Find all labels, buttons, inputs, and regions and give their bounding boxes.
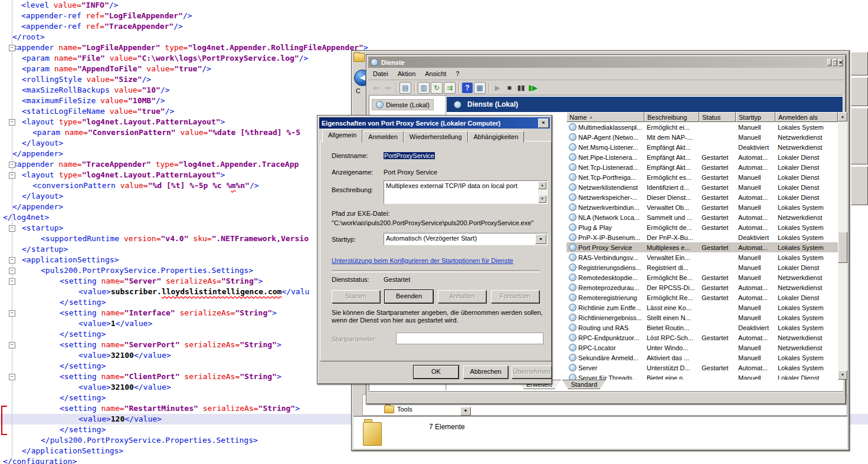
explorer-dropdown-button[interactable]: ▼ [460, 407, 471, 416]
fold-toggle-icon[interactable]: − [9, 278, 15, 285]
dialog-tab-abhngigkeiten[interactable]: Abhängigkeiten [468, 131, 525, 143]
export-list-icon[interactable]: ⇉ [444, 82, 456, 94]
table-row[interactable]: Netzwerkspeicher-...Dieser Dienst...Gest… [566, 192, 838, 202]
restart-service-icon[interactable]: ▮▶ [528, 83, 538, 93]
beenden-button[interactable]: Beenden [385, 290, 433, 303]
description-field[interactable]: Multiplexes external TCP/IP data on loca… [384, 180, 548, 204]
table-row[interactable]: Multimediaklassenpl...Ermöglicht ei...Ma… [566, 122, 838, 132]
fold-toggle-icon[interactable]: − [9, 119, 15, 126]
table-row[interactable]: Net.Pipe-Listenera...Empfängt Akt...Gest… [566, 152, 838, 162]
fold-toggle-icon[interactable]: − [9, 162, 15, 168]
table-row[interactable]: Port Proxy ServiceMultiplexes e...Gestar… [566, 242, 838, 252]
help-icon[interactable]: ? [462, 83, 473, 93]
service-name-value[interactable]: PortProxyService [384, 152, 435, 159]
table-row[interactable]: Net.Tcp-Listenerad...Empfängt Akt...Gest… [566, 162, 838, 172]
column-header-beschreibung[interactable]: Beschreibung [644, 112, 699, 122]
table-row[interactable]: ServerUnterstützt D...GestartetAutomat..… [566, 363, 838, 373]
minimize-button[interactable]: _ [827, 59, 831, 66]
close-button[interactable]: × [838, 59, 843, 66]
ok-button[interactable]: OK [414, 366, 458, 379]
services-title-bar[interactable]: Dienste _□× [368, 57, 844, 68]
table-row[interactable]: Sekundäre Anmeld...Aktiviert das ...Manu… [566, 353, 838, 363]
table-row[interactable]: Netzwerkverbindun...Verwaltet Ob...Gesta… [566, 202, 838, 212]
abbrechen-button[interactable]: Abbrechen [463, 366, 508, 379]
table-row[interactable]: Net.Tcp-Portfreiga...Ermöglicht es...Ges… [566, 172, 838, 182]
dialog-close-button[interactable]: × [538, 119, 549, 128]
fold-toggle-icon[interactable]: − [9, 225, 15, 232]
description-scroll-down[interactable]: ▼ [538, 195, 546, 203]
combo-dropdown-icon[interactable]: ▼ [535, 234, 546, 244]
table-row[interactable]: Net.Msmq-Listener...Empfängt Akt...Deakt… [566, 142, 838, 152]
table-row[interactable]: RPC-LocatorUnter Windo...ManuellNetzwerk… [566, 343, 838, 353]
maximize-button[interactable]: □ [833, 59, 837, 66]
table-row[interactable]: Server für Threads...Bietet eine n...Man… [566, 373, 838, 380]
scroll-down-button[interactable]: ▼ [838, 370, 847, 380]
services-list[interactable]: Multimediaklassenpl...Ermöglicht ei...Ma… [566, 122, 838, 380]
menu-item-datei[interactable]: Datei [368, 69, 393, 78]
menu-item-?[interactable]: ? [451, 69, 464, 78]
table-row[interactable]: Remoteprozedurau...Der RPCSS-Di...Gestar… [566, 282, 838, 292]
explorer-status-folder-icon [363, 422, 382, 446]
menu-item-ansicht[interactable]: Ansicht [420, 69, 451, 78]
start-type-combobox[interactable]: Automatisch (Verzögerter Start) ▼ [384, 233, 548, 245]
fold-toggle-icon[interactable]: − [9, 310, 15, 317]
table-row[interactable]: RemoteregistrierungErmöglicht Re...Gesta… [566, 292, 838, 302]
dialog-tab-wiederherstellung[interactable]: Wiederherstellung [404, 131, 468, 143]
show-console-tree-icon[interactable]: ▤ [399, 82, 411, 94]
services-scrollbar[interactable]: ▲ ▼ [838, 112, 847, 380]
fold-toggle-icon[interactable]: − [9, 45, 15, 51]
service-logon-cell: Netzwerkdienst [775, 284, 838, 291]
properties-dialog[interactable]: Eigenschaften von Port Proxy Service (Lo… [317, 115, 552, 384]
menu-bar[interactable]: DateiAktionAnsicht? [368, 68, 844, 80]
fold-toggle-icon[interactable]: − [9, 257, 15, 264]
startup-options-help-link[interactable]: Unterstützung beim Konfigurieren der Sta… [332, 257, 513, 264]
description-scroll-up[interactable]: ▲ [538, 182, 546, 189]
table-row[interactable]: RPC-Endpunktzuor...Löst RPC-Sch...Gestar… [566, 333, 838, 343]
table-row[interactable]: PnP-X-IP-Busenum...Der PnP-X-Bu...Deakti… [566, 232, 838, 242]
explorer-folder-item[interactable]: Tools [363, 404, 847, 414]
dialog-tab-anmelden[interactable]: Anmelden [362, 131, 404, 143]
menu-item-aktion[interactable]: Aktion [393, 69, 421, 78]
column-header-anmeldenals[interactable]: Anmelden als [775, 112, 838, 122]
background-window-fragment [851, 52, 868, 75]
back-icon[interactable]: ⇦ [371, 83, 381, 93]
fold-toggle-icon[interactable]: − [9, 172, 15, 179]
table-row[interactable]: Remotedesktopdie...Ermöglicht Be...Gesta… [566, 272, 838, 282]
properties-icon[interactable]: ▥ [418, 82, 430, 94]
services-header-icon [454, 101, 461, 108]
fold-toggle-icon[interactable]: − [9, 374, 15, 380]
stop-service-icon[interactable]: ■ [504, 83, 515, 93]
table-row[interactable]: Routing und RASBietet Routin...Deaktivie… [566, 323, 838, 333]
fold-toggle-icon[interactable]: − [9, 342, 15, 348]
service-name-label: Dienstname: [332, 152, 368, 159]
pause-service-icon[interactable]: ▮▮ [516, 83, 526, 93]
table-row[interactable]: NetzwerklistendienstIdentifiziert d...Ge… [566, 182, 838, 192]
tree-item-dienste-lokal[interactable]: Dienste (Lokal) [372, 99, 434, 110]
refresh-icon[interactable]: ↻ [431, 82, 443, 94]
dialog-tab-allgemein[interactable]: Allgemein [322, 129, 362, 143]
table-row[interactable]: Plug & PlayErmöglicht de...GestartetAuto… [566, 222, 838, 232]
table-row[interactable]: RAS-Verbindungsv...Verwaltet Ein...Manue… [566, 252, 838, 262]
table-row[interactable]: Richtlinienergebniss...Stellt einen N...… [566, 312, 838, 323]
fold-toggle-icon[interactable]: − [9, 268, 15, 274]
table-row[interactable]: NLA (Network Loca...Sammelt und ...Gesta… [566, 212, 838, 222]
start-params-input[interactable] [396, 333, 543, 344]
toolbar[interactable]: ⇦⇨▤▥↻⇉?▦▶■▮▮▮▶ [368, 80, 844, 96]
service-starttype-cell: Automat... [736, 224, 775, 231]
table-row[interactable]: Registrierungsdiens...Registriert di...M… [566, 262, 838, 272]
tab-standard[interactable]: Standard [562, 380, 606, 389]
description-scrollbar[interactable]: ▲ ▼ [538, 182, 546, 203]
dialog-tabs[interactable]: AllgemeinAnmeldenWiederherstellungAbhäng… [322, 131, 524, 143]
column-header-status[interactable]: Status [699, 112, 736, 122]
table-row[interactable]: NAP-Agent (Netwo...Mit dem NAP-...Manuel… [566, 132, 838, 142]
column-header-starttyp[interactable]: Starttyp [736, 112, 775, 122]
forward-icon[interactable]: ⇨ [382, 83, 393, 93]
column-header-name[interactable]: Name▲ [566, 112, 644, 122]
table-row[interactable]: Richtlinie zum Entfe...Lässt eine Ko...M… [566, 302, 838, 312]
start-service-icon[interactable]: ▶ [492, 83, 503, 93]
services-table-header[interactable]: Name▲BeschreibungStatusStarttypAnmelden … [566, 112, 847, 122]
scroll-up-button[interactable]: ▲ [838, 112, 847, 121]
scrollbar-thumb[interactable] [838, 232, 847, 263]
extended-view-icon[interactable]: ▦ [474, 82, 486, 94]
dialog-title-bar[interactable]: Eigenschaften von Port Proxy Service (Lo… [319, 117, 550, 129]
